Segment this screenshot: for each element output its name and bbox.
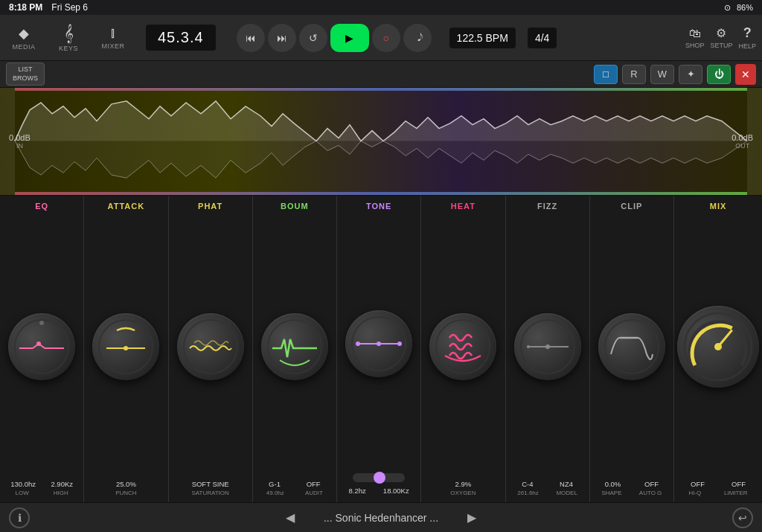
module-sub-label: HI-Q bbox=[688, 490, 701, 496]
bottom-nav-area: ◀ ... Sonic Hedenhancer ... ▶ bbox=[286, 510, 476, 525]
knob-area-attack bbox=[92, 214, 159, 480]
knob-heat[interactable] bbox=[429, 313, 496, 380]
keys-label: KEYS bbox=[59, 45, 78, 52]
svg-point-25 bbox=[545, 344, 550, 349]
knob-attack[interactable] bbox=[92, 313, 159, 380]
module-value: 130.0hz bbox=[10, 480, 36, 488]
module-value: 8.2hz bbox=[349, 487, 366, 495]
position-display[interactable]: 45.3.4 bbox=[146, 25, 216, 51]
power-button[interactable]: ⏻ bbox=[707, 65, 731, 84]
nav-shop[interactable]: 🛍 SHOP bbox=[685, 27, 705, 49]
module-title-clip: CLIP bbox=[621, 202, 642, 211]
status-bar: 8:18 PM Fri Sep 6 ⊙ 86% bbox=[0, 0, 762, 15]
prev-plugin-button[interactable]: ◀ bbox=[286, 510, 295, 525]
rewind-button[interactable]: ⏮ bbox=[237, 24, 265, 52]
r-button[interactable]: R bbox=[622, 65, 646, 84]
module-title-mix: MIX bbox=[710, 202, 727, 211]
module-values-tone: 8.2hz18.00Kz bbox=[340, 487, 417, 495]
next-plugin-button[interactable]: ▶ bbox=[467, 510, 476, 525]
svg-rect-1 bbox=[15, 88, 747, 91]
module-eq[interactable]: EQ 130.0hz2.90KzLOWHIGH bbox=[0, 196, 84, 502]
time-sig-display[interactable]: 4/4 bbox=[528, 28, 557, 48]
battery-display: 86% bbox=[737, 3, 753, 12]
shop-label: SHOP bbox=[685, 42, 705, 49]
knob-clip[interactable] bbox=[598, 313, 665, 380]
module-sub-label: 49.0hz bbox=[266, 490, 284, 496]
module-values-mix: OFFOFF bbox=[677, 480, 759, 488]
help-label: HELP bbox=[738, 42, 756, 50]
module-attack[interactable]: ATTACK 25.0%PUNCH bbox=[84, 196, 168, 502]
record-button[interactable]: ○ bbox=[372, 24, 400, 52]
module-footer-tone: 8.2hz18.00Kz bbox=[340, 473, 417, 496]
module-title-boum: BOUM bbox=[281, 202, 309, 211]
close-button[interactable]: ✕ bbox=[735, 64, 756, 85]
svg-point-31 bbox=[714, 343, 722, 350]
nav-keys[interactable]: 𝄞 KEYS bbox=[51, 24, 86, 52]
module-value: 2.9% bbox=[455, 480, 472, 488]
module-footer-heat: 2.9%OXYGEN bbox=[424, 480, 502, 496]
media-icon: ◆ bbox=[19, 25, 29, 42]
shop-icon: 🛍 bbox=[689, 27, 701, 40]
view-button[interactable]: □ bbox=[594, 65, 618, 84]
svg-point-11 bbox=[39, 321, 44, 325]
w-button[interactable]: W bbox=[650, 65, 674, 84]
knob-area-fizz bbox=[514, 214, 581, 480]
knob-phat[interactable] bbox=[177, 313, 244, 380]
return-button[interactable]: ↩ bbox=[732, 507, 753, 528]
module-clip[interactable]: CLIP 0.0%OFFSHAPEAUTO G bbox=[590, 196, 674, 502]
module-value: OFF bbox=[644, 480, 659, 488]
tone-slider[interactable] bbox=[353, 473, 405, 482]
module-boum[interactable]: BOUM G-1OFF49.0hzAUDIT bbox=[253, 196, 337, 502]
module-values-boum: G-1OFF bbox=[256, 480, 333, 488]
nav-help[interactable]: ? HELP bbox=[738, 25, 756, 50]
svg-point-14 bbox=[124, 346, 128, 350]
nav-setup[interactable]: ⚙ SETUP bbox=[710, 26, 732, 49]
module-mix[interactable]: MIX OFFOFFHI-QLIMITER bbox=[674, 196, 762, 502]
module-sub-label: LOW bbox=[16, 490, 29, 496]
knob-mix[interactable] bbox=[677, 306, 759, 388]
keys-icon: 𝄞 bbox=[64, 24, 74, 43]
module-value: 25.0% bbox=[116, 480, 136, 488]
module-title-fizz: FIZZ bbox=[537, 202, 557, 211]
module-values-fizz: C-4NZ4 bbox=[509, 480, 586, 488]
modules-area: EQ 130.0hz2.90KzLOWHIGHATTACK 25.0%PUNCH… bbox=[0, 196, 762, 502]
svg-point-10 bbox=[36, 342, 41, 346]
module-value: C-4 bbox=[522, 480, 533, 488]
bpm-display[interactable]: 122.5 BPM bbox=[449, 28, 516, 48]
knob-area-mix bbox=[677, 214, 759, 480]
module-value: NZ4 bbox=[560, 480, 573, 488]
loop-button[interactable]: ↺ bbox=[299, 24, 327, 52]
module-footer-attack: 25.0%PUNCH bbox=[87, 480, 164, 496]
module-sublabels-heat: OXYGEN bbox=[424, 490, 502, 496]
module-fizz[interactable]: FIZZ C-4NZ4261.6hzMODEL bbox=[506, 196, 590, 502]
knob-area-tone bbox=[345, 214, 412, 473]
play-button[interactable]: ▶ bbox=[330, 24, 369, 52]
module-values-attack: 25.0% bbox=[87, 480, 164, 488]
metronome-button[interactable]: 𝅘𝅥𝅮 bbox=[403, 24, 432, 52]
knob-fizz[interactable] bbox=[514, 313, 581, 380]
module-phat[interactable]: PHAT SOFT SINESATURATION bbox=[169, 196, 253, 502]
forward-button[interactable]: ⏭ bbox=[268, 24, 296, 52]
plugin-header-right: □ R W ✦ ⏻ ✕ bbox=[594, 64, 756, 85]
module-tone[interactable]: TONE 8.2hz18.00Kz bbox=[337, 196, 421, 502]
module-value: SOFT SINE bbox=[192, 480, 229, 488]
knob-eq[interactable] bbox=[8, 313, 75, 380]
module-sublabels-mix: HI-QLIMITER bbox=[677, 490, 759, 496]
module-heat[interactable]: HEAT 2.9%OXYGEN bbox=[421, 196, 505, 502]
module-value: 18.00Kz bbox=[383, 487, 409, 495]
module-footer-fizz: C-4NZ4261.6hzMODEL bbox=[509, 480, 586, 496]
nav-mixer[interactable]: ⫿ MIXER bbox=[95, 25, 131, 50]
list-brows-button[interactable]: LIST BROWS bbox=[6, 63, 45, 86]
link-button[interactable]: ✦ bbox=[679, 65, 702, 84]
mixer-icon: ⫿ bbox=[110, 25, 117, 41]
knob-tone[interactable] bbox=[345, 310, 412, 377]
plugin-name: ... Sonic Hedenhancer ... bbox=[307, 512, 455, 524]
nav-media[interactable]: ◆ MEDIA bbox=[6, 25, 42, 51]
info-button[interactable]: ℹ bbox=[9, 507, 30, 528]
setup-label: SETUP bbox=[710, 42, 732, 49]
media-label: MEDIA bbox=[12, 43, 35, 51]
module-values-eq: 130.0hz2.90Kz bbox=[3, 480, 80, 488]
module-sublabels-clip: SHAPEAUTO G bbox=[593, 490, 670, 496]
waveform-container[interactable]: 0.0dB IN 0.0dB OUT bbox=[0, 88, 762, 196]
knob-boum[interactable] bbox=[261, 313, 328, 380]
